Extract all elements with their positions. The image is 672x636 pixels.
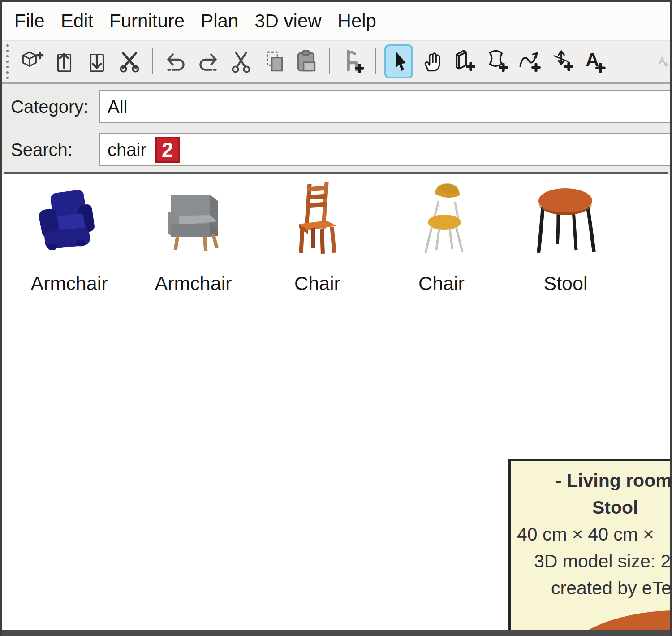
- save-icon: [84, 48, 110, 74]
- undo-button[interactable]: [161, 44, 190, 78]
- new-home-icon: [18, 48, 44, 74]
- category-value: All: [108, 97, 127, 117]
- clipped-text-icon: A: [657, 48, 670, 74]
- create-dimensions-button[interactable]: [548, 44, 577, 78]
- catalog-item-armchair-navy[interactable]: [7, 179, 131, 256]
- new-home-button[interactable]: [17, 44, 46, 78]
- create-polylines-icon: [517, 48, 543, 74]
- menu-edit[interactable]: Edit: [61, 10, 93, 32]
- tooltip-category: - Living room: [511, 467, 672, 494]
- tooltip-creator: created by eTe: [511, 575, 672, 601]
- redo-icon: [195, 48, 221, 74]
- copy-button[interactable]: [259, 44, 288, 78]
- catalog-item-chair-yellow[interactable]: [379, 179, 504, 256]
- add-furniture-icon: [340, 48, 366, 74]
- category-label: Category:: [2, 97, 99, 117]
- create-rooms-icon: [484, 48, 510, 74]
- stool-icon: [533, 185, 599, 256]
- toolbar-separator: [375, 48, 376, 74]
- toolbar: A A: [2, 41, 670, 84]
- cut-button[interactable]: [227, 44, 255, 78]
- undo-icon: [163, 48, 189, 74]
- tooltip-model-size: 3D model size: 2: [511, 548, 672, 575]
- add-furniture-button[interactable]: [338, 44, 367, 78]
- create-walls-icon: [451, 48, 477, 74]
- search-value: chair: [108, 140, 146, 160]
- armchair-navy-icon: [34, 188, 105, 256]
- clipped-tool-button[interactable]: A: [657, 44, 670, 78]
- menu-help[interactable]: Help: [338, 10, 376, 32]
- menu-furniture[interactable]: Furniture: [109, 10, 185, 32]
- create-walls-button[interactable]: [450, 44, 478, 78]
- redo-button[interactable]: [194, 44, 223, 78]
- pan-tool-button[interactable]: [417, 44, 446, 78]
- item-tooltip: - Living room Stool 40 cm × 40 cm × 3D m…: [508, 459, 672, 634]
- open-button[interactable]: [50, 44, 78, 78]
- create-rooms-button[interactable]: [482, 44, 511, 78]
- preferences-icon: [116, 48, 142, 74]
- toolbar-separator: [152, 48, 153, 74]
- menu-bar: File Edit Furniture Plan 3D view Help: [2, 2, 670, 41]
- item-label: Armchair: [155, 273, 232, 294]
- open-icon: [51, 48, 77, 74]
- application-window: File Edit Furniture Plan 3D view Help: [0, 0, 672, 636]
- toolbar-drag-handle[interactable]: [6, 44, 9, 79]
- armchair-gray-icon: [159, 189, 228, 256]
- tooltip-dimensions: 40 cm × 40 cm ×: [511, 521, 672, 548]
- window-bottom-border: [2, 630, 670, 636]
- catalog-item-stool[interactable]: [504, 179, 628, 256]
- item-label: Chair: [294, 273, 340, 294]
- cut-icon: [228, 48, 254, 74]
- toolbar-separator: [329, 48, 330, 74]
- search-input[interactable]: chair 2: [99, 133, 670, 166]
- select-tool-button[interactable]: [384, 44, 413, 78]
- add-text-button[interactable]: A: [581, 44, 609, 78]
- paste-button[interactable]: [292, 44, 321, 78]
- menu-3d-view[interactable]: 3D view: [254, 10, 321, 32]
- chair-wood-icon: [294, 181, 341, 256]
- create-dimensions-icon: [549, 48, 575, 74]
- filter-bar: Category: All Search: chair 2: [2, 84, 670, 175]
- step-annotation-badge: 2: [155, 137, 180, 163]
- paste-icon: [293, 48, 319, 74]
- menu-plan[interactable]: Plan: [201, 10, 238, 32]
- tooltip-name: Stool: [511, 494, 672, 521]
- preferences-button[interactable]: [115, 44, 144, 78]
- item-label: Armchair: [30, 273, 108, 294]
- save-button[interactable]: [82, 44, 111, 78]
- menu-file[interactable]: File: [14, 10, 45, 32]
- item-label: Chair: [418, 273, 465, 294]
- select-icon: [386, 48, 411, 74]
- copy-icon: [261, 48, 287, 74]
- catalog-item-armchair-gray[interactable]: [131, 179, 255, 256]
- item-label: Stool: [543, 273, 587, 294]
- catalog-item-chair-wood[interactable]: [255, 179, 379, 256]
- pan-icon: [418, 48, 444, 74]
- category-combobox[interactable]: All: [99, 90, 670, 123]
- create-polylines-button[interactable]: [515, 44, 544, 78]
- search-label: Search:: [2, 140, 99, 160]
- add-text-icon: A: [582, 48, 608, 74]
- chair-yellow-icon: [417, 181, 467, 256]
